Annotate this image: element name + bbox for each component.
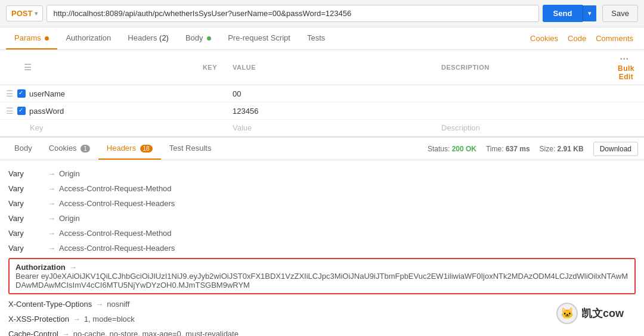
header-key: Vary (8, 169, 44, 178)
tab-params[interactable]: Params (6, 27, 57, 49)
tab-headers[interactable]: Headers (2) (119, 27, 177, 49)
header-value: Access-Control-Request-Headers (59, 244, 175, 253)
header-key: Vary (8, 184, 44, 193)
send-button[interactable]: Send (543, 5, 583, 22)
actions-column-header: ··· Bulk Edit (608, 50, 644, 85)
auth-value-label: Bearer eyJ0eXAiOiJKV1QiLCJhbGciOiJIUzI1N… (16, 272, 628, 290)
header-line-cache: Cache-Control → no-cache, no-store, max-… (8, 326, 544, 336)
send-dropdown-button[interactable]: ▾ (583, 5, 596, 21)
response-tabs: Body Cookies 1 Headers 18 Test Results S… (0, 138, 644, 160)
tab-pre-request[interactable]: Pre-request Script (219, 27, 299, 49)
url-input[interactable] (47, 5, 538, 22)
tab-response-test-results[interactable]: Test Results (161, 138, 220, 160)
description-column-header: DESCRIPTION (435, 50, 608, 85)
status-label: Status: 200 OK (428, 145, 476, 153)
header-line-3: Vary → Access-Control-Request-Headers (8, 196, 636, 211)
row2-checkbox[interactable] (17, 107, 26, 115)
key-column-header: KEY (203, 64, 217, 71)
arrow-icon: → (48, 199, 55, 208)
value-cell-1[interactable]: 00 (227, 85, 435, 102)
watermark: 🐱 凯文cow (544, 297, 636, 330)
code-link[interactable]: Code (563, 28, 591, 49)
time-label: Time: 637 ms (486, 145, 530, 153)
value-column-header: VALUE (227, 50, 435, 85)
save-button[interactable]: Save (602, 5, 638, 22)
value-cell-2[interactable]: 123456 (227, 102, 435, 120)
drag-handle-icon: ☰ (24, 63, 32, 72)
header-value: Origin (59, 214, 80, 223)
table-row: ☰ userName 00 (0, 85, 644, 102)
tab-response-headers[interactable]: Headers 18 (98, 138, 161, 160)
drag-icon: ☰ (6, 89, 14, 98)
desc-cell-2[interactable] (435, 102, 608, 120)
table-row-empty: Key Value Description (0, 120, 644, 136)
top-bar: POST ▾ Send ▾ Save (0, 0, 644, 27)
header-value: Origin (59, 169, 80, 178)
desc-placeholder[interactable]: Description (441, 123, 480, 132)
size-label: Size: 2.91 KB (540, 145, 584, 153)
header-line-1: Vary → Origin (8, 166, 636, 181)
extra-headers: X-Content-Type-Options → nosniff X-XSS-P… (8, 297, 544, 336)
chevron-down-icon: ▾ (35, 10, 38, 17)
arrow-icon: → (48, 184, 55, 193)
tab-tests[interactable]: Tests (299, 27, 333, 49)
header-line-xxss: X-XSS-Protection → 1, mode=block (8, 312, 544, 326)
header-value: 1, mode=block (84, 315, 135, 323)
arrow-icon: → (48, 229, 55, 238)
more-icon[interactable]: ··· (620, 54, 629, 64)
header-key: Cache-Control (8, 329, 58, 336)
response-content: Vary → Origin Vary → Access-Control-Requ… (0, 160, 644, 336)
arrow-icon: → (69, 263, 77, 272)
header-key: Vary (8, 244, 44, 253)
method-selector[interactable]: POST ▾ (6, 5, 43, 21)
value-placeholder[interactable]: Value (233, 123, 252, 132)
params-table-container: ☰ KEY VALUE DESCRIPTION ··· Bulk Edit ☰ (0, 50, 644, 136)
bulk-edit-button[interactable]: Bulk Edit (618, 64, 634, 81)
header-key: X-XSS-Protection (8, 315, 69, 323)
auth-key-label: Authorization (16, 263, 66, 272)
time-value: 637 ms (506, 145, 530, 153)
key-placeholder[interactable]: Key (30, 123, 43, 132)
header-value: Access-Control-Request-Method (59, 229, 172, 238)
method-label: POST (11, 9, 32, 18)
header-value: Access-Control-Request-Method (59, 184, 172, 193)
desc-cell-1[interactable] (435, 85, 608, 102)
request-tabs: Params Authorization Headers (2) Body Pr… (0, 27, 644, 50)
row1-checkbox[interactable] (17, 89, 26, 98)
auth-header-box: Authorization → Bearer eyJ0eXAiOiJKV1QiL… (8, 258, 636, 294)
header-value: Access-Control-Request-Headers (59, 199, 175, 208)
status-code: 200 OK (452, 145, 476, 153)
cookies-link[interactable]: Cookies (525, 28, 563, 49)
watermark-text: 凯文cow (581, 306, 624, 321)
key-cell-2[interactable]: passWord (29, 107, 64, 116)
tab-authorization[interactable]: Authorization (57, 27, 119, 49)
status-info: Status: 200 OK Time: 637 ms Size: 2.91 K… (428, 142, 638, 156)
download-button[interactable]: Download (593, 142, 638, 156)
arrow-icon: → (73, 315, 80, 323)
params-dot (45, 36, 49, 41)
response-section: Body Cookies 1 Headers 18 Test Results S… (0, 136, 644, 336)
header-value: nosniff (107, 300, 129, 309)
header-key: Vary (8, 229, 44, 238)
table-row: ☰ passWord 123456 (0, 102, 644, 120)
key-cell-1[interactable]: userName (29, 89, 65, 98)
header-key: Vary (8, 214, 44, 223)
drag-icon: ☰ (6, 106, 14, 116)
header-value: no-cache, no-store, max-age=0, must-reva… (73, 329, 239, 336)
arrow-icon: → (48, 169, 55, 178)
tab-body[interactable]: Body (177, 27, 219, 49)
tab-response-body[interactable]: Body (6, 138, 41, 160)
header-line-xcto: X-Content-Type-Options → nosniff (8, 297, 544, 312)
arrow-icon: → (62, 329, 70, 336)
body-dot (207, 36, 211, 41)
send-button-group: Send ▾ (543, 5, 597, 22)
header-line-5: Vary → Access-Control-Request-Method (8, 226, 636, 241)
header-line-6: Vary → Access-Control-Request-Headers (8, 241, 636, 256)
header-line-4: Vary → Origin (8, 211, 636, 226)
comments-link[interactable]: Comments (591, 28, 638, 49)
header-line-2: Vary → Access-Control-Request-Method (8, 181, 636, 196)
tab-response-cookies[interactable]: Cookies 1 (41, 138, 98, 160)
size-value: 2.91 KB (558, 145, 584, 153)
arrow-icon: → (48, 214, 55, 223)
header-key: Vary (8, 199, 44, 208)
